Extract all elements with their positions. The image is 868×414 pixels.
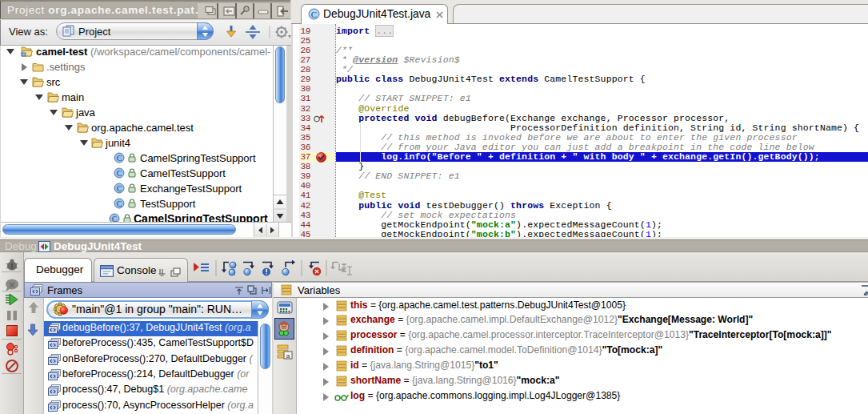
svg-text:m: m [282,324,286,330]
svg-text:C: C [311,10,317,19]
svg-text:a: a [286,352,290,360]
